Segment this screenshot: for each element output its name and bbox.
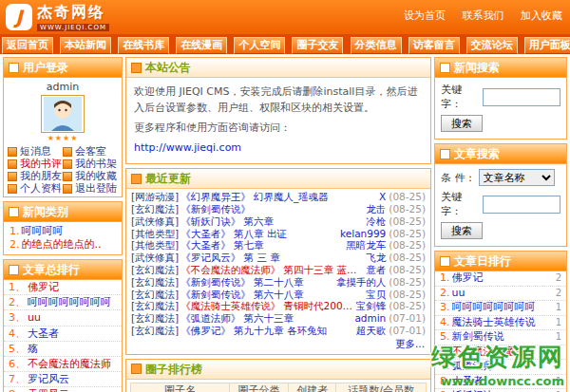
site-logo[interactable]: J 杰奇网络 WWW.JIEQI.COM <box>6 3 109 31</box>
author-link[interactable]: 超天歌 <box>356 325 387 337</box>
category-link[interactable]: [玄幻魔法] <box>131 312 179 325</box>
nav-item-news[interactable]: 本站新闻 <box>60 37 111 54</box>
author-link[interactable]: 宝贝 <box>366 289 386 301</box>
chapter-link[interactable]: 《新剑蜀传说》 第六十八章 <box>180 289 303 301</box>
chapter-link[interactable]: 《幻界魔异王》 幻界魔人_瑶魂器 <box>180 191 329 203</box>
author-link[interactable]: 拿摸手的人 <box>336 276 387 289</box>
user-link-friends[interactable]: 我的朋友圈 <box>8 170 63 182</box>
nav-item-library[interactable]: 在线书库 <box>118 37 169 54</box>
recent-row: [玄幻魔法]《佛罗记》 第九十九章 各环兔知超天歌(07-01) <box>131 325 426 337</box>
rank-article-link[interactable]: 弧道法师 <box>452 360 553 374</box>
category-link[interactable]: [玄幻魔法] <box>131 203 179 215</box>
user-link-label: 会客室 <box>75 145 106 158</box>
rank-article-link[interactable]: 呵呵呵呵呵呵呵呵 <box>28 296 111 308</box>
user-link-messages[interactable]: 短消息 <box>8 145 63 158</box>
total-rank-header: 文章总排行 <box>4 260 122 280</box>
user-link-logout[interactable]: 退出登陆 <box>63 182 118 195</box>
user-link-label: 我的书评 <box>20 158 62 170</box>
user-link-reviews[interactable]: 我的书评 <box>8 158 63 170</box>
rank-article-link[interactable]: uu <box>452 287 553 301</box>
chapter-link[interactable]: 《佛罗记》 第九十九章 各环兔知 <box>180 325 327 337</box>
nav-item-forum[interactable]: 交流论坛 <box>466 37 518 54</box>
rank-article-link[interactable]: 不会魔法的魔法师 <box>452 345 553 360</box>
user-link-profile[interactable]: 个人资料 <box>8 182 63 195</box>
rank-article-link[interactable]: 魔法骑士英雄传说 <box>452 316 553 330</box>
nav-item-comics[interactable]: 在线漫画 <box>176 37 227 54</box>
author-link[interactable]: kelan999 <box>340 228 386 240</box>
rank-number: 2. <box>10 238 20 251</box>
rank-article-link[interactable]: 呵呵呵呵呵呵呵呵 <box>452 301 553 315</box>
article-search-button[interactable]: 搜索 <box>441 222 483 239</box>
user-link-chatroom[interactable]: 会客室 <box>63 145 118 158</box>
user-link-label: 退出登陆 <box>75 182 117 195</box>
category-link[interactable]: [其他类型] <box>131 239 179 252</box>
chapter-link[interactable]: 《大圣者》 第八章 出证 <box>180 228 287 240</box>
news-category-link[interactable]: 的绝点的绝点的.. <box>22 238 102 251</box>
rank-article-link[interactable]: 大圣者 <box>452 375 553 389</box>
add-favorite-link[interactable]: 加入收藏 <box>521 9 562 22</box>
nav-item-guestbook[interactable]: 访客留言 <box>408 37 460 54</box>
rank-number: 2. <box>440 287 450 301</box>
news-keyword-input[interactable] <box>483 88 560 106</box>
article-keyword-input[interactable] <box>483 196 560 214</box>
bullet-icon <box>8 147 17 157</box>
user-link-favorites[interactable]: 我的收藏 <box>63 170 118 182</box>
rank-article-link[interactable]: 罗记风云 <box>28 373 69 385</box>
rank-row: 4.魔法骑士英雄传说1 <box>435 316 566 331</box>
chapter-link[interactable]: 《魔法骑士英雄传说》 青铜时代2003~2004（转） <box>180 300 354 312</box>
nav-item-space[interactable]: 个人空间 <box>234 37 285 54</box>
rank-article-link[interactable]: 大圣者 <box>28 327 59 340</box>
rank-article-link[interactable]: 新剑蜀传说 <box>452 330 553 345</box>
update-date: (08-25) <box>389 203 426 215</box>
category-link[interactable]: [武侠修真] <box>131 252 179 264</box>
chapter-link[interactable]: 《斩妖门诀》 第六章 <box>180 215 274 228</box>
category-link[interactable]: [玄幻魔法] <box>131 325 179 337</box>
category-link[interactable]: [武侠修真] <box>131 215 179 228</box>
user-link-bookshelf[interactable]: 我的书架 <box>63 158 118 170</box>
jieqi-site-link[interactable]: http://www.jieqi.com <box>134 141 241 154</box>
author-link[interactable]: 宝剑锋 <box>356 300 387 312</box>
chapter-link[interactable]: 《新剑蜀传说》 第二十八章 <box>180 276 303 289</box>
author-link[interactable]: admin <box>354 312 386 325</box>
author-link[interactable]: X <box>379 191 386 203</box>
chapter-link[interactable]: 《不会魔法的魔法师》 第四十三章 蓝九证达 <box>180 264 364 276</box>
nav-item-userpanel[interactable]: 用户面板 <box>524 37 570 54</box>
chapter-link[interactable]: 《罗记风云》 第 三 章 <box>180 252 280 264</box>
search-condition-select[interactable]: 文章名称 <box>479 169 555 186</box>
chapter-link[interactable]: 《大圣者》 第七章 <box>180 239 263 252</box>
news-search-body: 关键字： 搜索 <box>435 78 566 139</box>
author-link[interactable]: 黑暗龙车 <box>346 239 386 252</box>
nav-item-circles[interactable]: 圈子交友 <box>292 37 343 54</box>
set-homepage-link[interactable]: 设为首页 <box>404 9 446 22</box>
category-link[interactable]: [其他类型] <box>131 228 179 240</box>
nav-item-home[interactable]: 返回首页 <box>2 37 53 54</box>
box-header-icon <box>131 63 142 73</box>
rank-article-link[interactable]: 佛罗记 <box>28 281 59 293</box>
rank-article-link[interactable]: 不会魔法的魔法师 <box>28 358 111 370</box>
author-link[interactable]: 飞龙 <box>366 252 386 264</box>
news-search-button[interactable]: 搜索 <box>441 115 483 132</box>
rank-article-link[interactable]: 佛罗记 <box>452 271 553 286</box>
rank-article-link[interactable]: 天罗风云 <box>28 388 69 392</box>
recent-row: [其他类型]《大圣者》 第七章黑暗龙车(08-25) <box>131 239 426 252</box>
category-link[interactable]: [玄幻魔法] <box>131 300 179 312</box>
category-link[interactable]: [玄幻魔法] <box>131 276 179 289</box>
rank-article-link[interactable]: uu <box>28 311 41 324</box>
chapter-link[interactable]: 《新剑蜀传说》 <box>180 203 251 215</box>
author-link[interactable]: 冷枪 <box>366 215 386 228</box>
recent-updates-list: [网游动漫]《幻界魔异王》 幻界魔人_瑶魂器X(08-25) [玄幻魔法]《新剑… <box>126 189 430 337</box>
category-link[interactable]: [玄幻魔法] <box>131 289 179 301</box>
news-category-link[interactable]: 呵呵呵呵 <box>22 225 64 237</box>
view-count: 1 <box>556 301 561 315</box>
category-link[interactable]: [网游动漫] <box>131 191 179 203</box>
category-link[interactable]: [玄幻魔法] <box>131 264 179 276</box>
author-link[interactable]: 意者 <box>366 264 386 276</box>
more-updates-link[interactable]: 更多... <box>395 338 425 349</box>
contact-us-link[interactable]: 联系我们 <box>463 9 504 22</box>
chapter-link[interactable]: 《弧道法师》 第六十三章 <box>180 312 294 325</box>
rank-row: 3、uu <box>4 310 122 326</box>
rank-article-link[interactable]: 殇 <box>28 343 38 355</box>
author-link[interactable]: 龙击 <box>366 203 386 215</box>
nav-item-classified[interactable]: 分类信息 <box>351 37 402 54</box>
site-name: 杰奇网络 <box>37 3 109 23</box>
